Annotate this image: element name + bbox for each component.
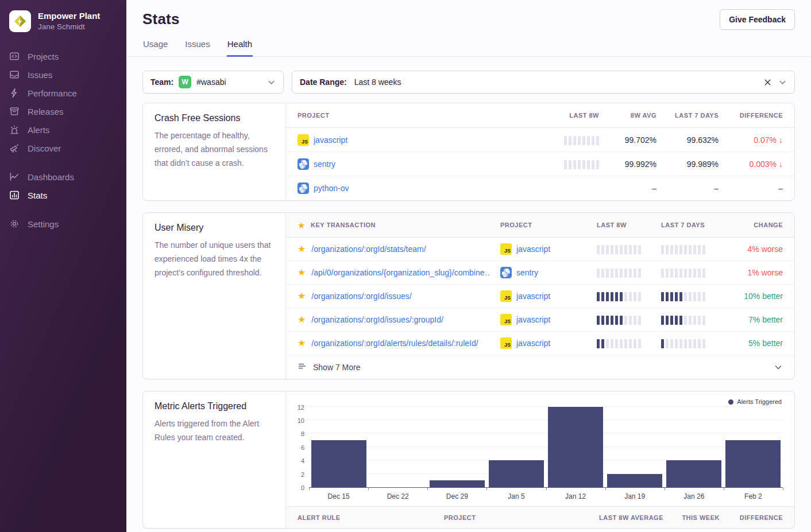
x-tick-label: Dec 15 — [309, 492, 368, 500]
sidebar-item-performance[interactable]: Performance — [0, 84, 126, 102]
crash-free-table: JSjavascript99.702%99.632%0.07%↓sentry99… — [286, 128, 794, 200]
date-range-filter[interactable]: Date Range: Last 8 weeks — [292, 71, 795, 94]
table-row: python-ov––– — [286, 176, 794, 200]
key-transaction-star-icon[interactable]: ★ — [298, 268, 306, 277]
project-link[interactable]: python-ov — [314, 184, 349, 193]
x-tick-label: Jan 5 — [486, 492, 546, 500]
sparkline — [564, 135, 599, 145]
sidebar-item-settings[interactable]: Settings — [0, 215, 126, 233]
project-link[interactable]: javascript — [516, 339, 550, 348]
key-transaction-star-icon[interactable]: ★ — [298, 292, 306, 301]
x-tick-label: Jan 19 — [605, 492, 665, 500]
transaction-link[interactable]: /organizations/:orgId/issues/ — [311, 292, 411, 301]
project-link[interactable]: javascript — [516, 315, 550, 324]
sidebar-item-alerts[interactable]: Alerts — [0, 121, 126, 139]
sidebar-item-projects[interactable]: Projects — [0, 47, 126, 65]
clear-icon[interactable] — [763, 78, 772, 87]
bar-jan-19 — [607, 474, 662, 487]
table-row: JSjavascript99.702%99.632%0.07%↓ — [286, 128, 794, 152]
crash-free-sessions-panel: Crash Free Sessions The percentage of he… — [142, 103, 795, 201]
sidebar-item-issues[interactable]: Issues — [0, 65, 126, 84]
transaction-link[interactable]: /organizations/:orgId/stats/team/ — [311, 244, 426, 254]
difference-value: 0.07%↓ — [719, 135, 783, 145]
x-tick-label: Feb 2 — [724, 492, 783, 500]
arrow-down-icon: ↓ — [779, 160, 783, 169]
x-tick-label: Dec 22 — [368, 492, 427, 500]
user-misery-panel: User Misery The number of unique users t… — [142, 212, 795, 379]
column-header: LAST 8W — [597, 222, 661, 228]
bar-band — [665, 460, 724, 487]
difference-value: 0.003%↓ — [719, 160, 783, 169]
project-link[interactable]: javascript — [314, 135, 347, 145]
sidebar-item-label: Projects — [28, 52, 59, 61]
crash-free-title: Crash Free Sessions — [155, 113, 274, 123]
y-tick-label: 0 — [301, 484, 304, 491]
column-header: LAST 8W — [569, 112, 599, 119]
issues-icon — [9, 69, 20, 80]
change-value: 1% worse — [748, 268, 783, 277]
discover-icon — [9, 143, 20, 153]
x-axis-tick — [724, 488, 724, 490]
sparkline — [661, 244, 725, 254]
last7-value: 99.989% — [687, 160, 719, 169]
projects-icon — [9, 51, 20, 61]
column-header: ALERT RULE — [298, 514, 444, 521]
tab-issues[interactable]: Issues — [184, 39, 210, 57]
metric-alerts-description: Alerts triggered from the Alert Rules yo… — [155, 417, 274, 445]
bar-jan-12 — [548, 407, 603, 487]
give-feedback-button[interactable]: Give Feedback — [720, 9, 795, 30]
x-axis-tick — [427, 488, 428, 490]
table-row: ★/organizations/:orgId/issues/:groupId/J… — [286, 308, 794, 332]
user-misery-table: ★/organizations/:orgId/stats/team/JSjava… — [286, 238, 794, 355]
date-range-value: Last 8 weeks — [354, 77, 401, 87]
sidebar-item-discover[interactable]: Discover — [0, 139, 126, 157]
sidebar: Empower Plant Jane Schmidt ProjectsIssue… — [0, 0, 126, 532]
sparkline — [597, 314, 661, 325]
sidebar-item-dashboards[interactable]: Dashboards — [0, 168, 126, 186]
avg-value: 99.992% — [625, 160, 656, 169]
column-header: LAST 7 DAYS — [661, 222, 725, 228]
sparkline — [597, 338, 661, 348]
sparkline — [597, 267, 661, 278]
sparkline — [564, 159, 599, 169]
key-transaction-star-icon[interactable]: ★ — [298, 315, 306, 324]
x-tick-label: Jan 26 — [665, 492, 724, 500]
project-link[interactable]: sentry — [314, 160, 335, 169]
team-avatar: W — [179, 76, 191, 88]
key-transaction-star-icon[interactable]: ★ — [298, 244, 306, 254]
tab-usage[interactable]: Usage — [142, 39, 168, 57]
column-header: THIS WEEK — [682, 514, 720, 521]
project-link[interactable]: javascript — [516, 292, 550, 301]
alerts-triggered-chart: Alerts Triggered 024681012 Dec 15Dec 22D… — [286, 391, 794, 506]
user-misery-table-header: ★KEY TRANSACTIONPROJECTLAST 8WLAST 7 DAY… — [286, 213, 794, 238]
org-switcher[interactable]: Empower Plant Jane Schmidt — [0, 10, 126, 47]
table-row: ★/organizations/:orgId/alerts/rules/deta… — [286, 332, 794, 355]
x-axis-tick — [486, 488, 487, 490]
key-transaction-star-icon[interactable]: ★ — [298, 339, 306, 348]
project-link[interactable]: javascript — [516, 244, 550, 254]
table-row: ★/organizations/:orgId/issues/JSjavascri… — [286, 285, 794, 308]
show-more-button[interactable]: Show 7 More — [286, 355, 794, 379]
tab-health[interactable]: Health — [227, 39, 253, 57]
x-axis-tick — [665, 488, 665, 490]
change-value: 7% better — [748, 315, 783, 324]
user-name: Jane Schmidt — [38, 22, 100, 32]
javascript-icon: JS — [500, 290, 512, 302]
transaction-link[interactable]: /organizations/:orgId/issues/:groupId/ — [311, 315, 443, 324]
column-header: DIFFERENCE — [740, 112, 783, 119]
python-icon — [298, 158, 309, 170]
y-tick-label: 12 — [298, 404, 304, 411]
project-link[interactable]: sentry — [516, 268, 538, 277]
change-value: 4% worse — [748, 244, 783, 254]
bar-band — [486, 460, 546, 487]
sidebar-item-label: Settings — [28, 219, 59, 229]
sidebar-item-releases[interactable]: Releases — [0, 102, 126, 121]
transaction-link[interactable]: /api/0/organizations/{organization_slug}… — [311, 268, 490, 277]
team-filter[interactable]: Team: W #wasabi — [142, 71, 284, 94]
sparkline — [661, 267, 725, 278]
column-header: LAST 8W AVERAGE — [599, 514, 663, 521]
sidebar-item-stats[interactable]: Stats — [0, 186, 126, 204]
column-header: PROJECT — [444, 514, 577, 521]
transaction-link[interactable]: /organizations/:orgId/alerts/rules/detai… — [311, 339, 478, 348]
metric-alerts-panel: Metric Alerts Triggered Alerts triggered… — [142, 391, 795, 529]
